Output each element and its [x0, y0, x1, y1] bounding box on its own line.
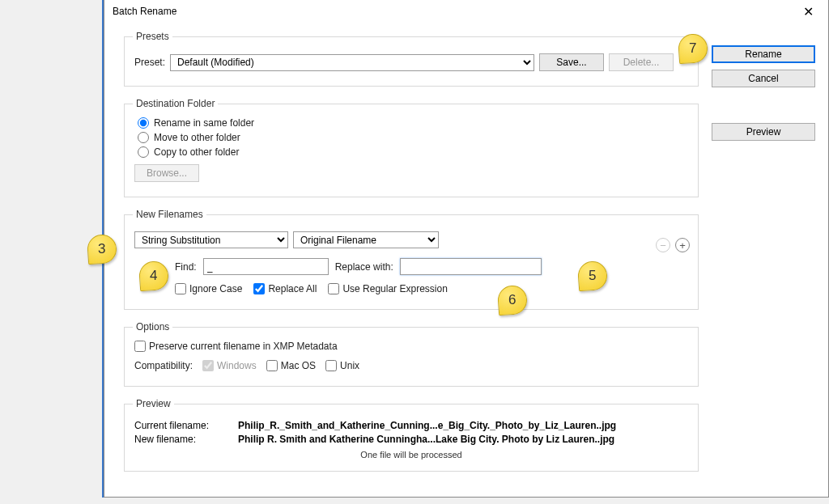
- compat-unix-label: Unix: [340, 360, 359, 371]
- cancel-button[interactable]: Cancel: [712, 70, 815, 87]
- compat-windows-checkbox: [202, 360, 214, 371]
- radio-rename-same-label: Rename in same folder: [154, 117, 254, 129]
- compat-macos-checkbox[interactable]: [266, 360, 278, 371]
- radio-move[interactable]: [138, 132, 149, 143]
- add-row-button[interactable]: +: [675, 238, 690, 252]
- options-legend: Options: [133, 321, 172, 332]
- presets-legend: Presets: [133, 31, 172, 42]
- preserve-xmp-checkbox[interactable]: [134, 341, 146, 352]
- replace-label: Replace with:: [335, 261, 393, 273]
- batch-rename-dialog: Batch Rename ✕ Presets Preset: Default (…: [104, 0, 829, 498]
- destination-group: Destination Folder Rename in same folder…: [124, 98, 699, 197]
- replace-all-checkbox[interactable]: [253, 283, 265, 294]
- presets-group: Presets Preset: Default (Modified) Save.…: [124, 31, 699, 87]
- preset-label: Preset:: [134, 57, 165, 68]
- radio-move-label: Move to other folder: [154, 132, 240, 143]
- compat-unix-checkbox[interactable]: [325, 360, 337, 371]
- preview-note: One file will be processed: [134, 450, 688, 460]
- source-select[interactable]: Original Filename: [293, 231, 439, 248]
- preview-button[interactable]: Preview: [712, 123, 815, 141]
- find-input[interactable]: [203, 258, 329, 275]
- new-filenames-legend: New Filenames: [133, 209, 206, 220]
- radio-copy-label: Copy to other folder: [154, 146, 239, 158]
- options-group: Options Preserve current filename in XMP…: [124, 321, 699, 387]
- ignore-case-label: Ignore Case: [189, 283, 242, 294]
- compat-windows-label: Windows: [217, 360, 257, 371]
- radio-copy[interactable]: [138, 146, 149, 158]
- save-preset-button[interactable]: Save...: [539, 53, 604, 71]
- dialog-body: Presets Preset: Default (Modified) Save.…: [104, 23, 828, 491]
- new-filenames-group: New Filenames − + String Substitution Or…: [124, 209, 699, 310]
- new-filename-value: Philip R. Smith and Katherine Cunningha.…: [238, 434, 614, 445]
- current-filename-label: Current filename:: [134, 420, 232, 431]
- compat-label: Compatibility:: [134, 360, 193, 371]
- find-label: Find:: [175, 261, 197, 273]
- rename-button[interactable]: Rename: [712, 45, 815, 63]
- side-buttons: Rename Cancel Preview: [712, 31, 817, 483]
- current-filename-value: Philip_R._Smith_and_Katherine_Cunning...…: [238, 420, 616, 431]
- close-icon[interactable]: ✕: [797, 4, 820, 19]
- titlebar: Batch Rename ✕: [104, 0, 828, 23]
- use-regex-label: Use Regular Expression: [342, 283, 447, 294]
- ignore-case-checkbox[interactable]: [175, 283, 186, 294]
- add-remove-row: − +: [656, 238, 690, 252]
- preview-legend: Preview: [133, 398, 174, 409]
- radio-rename-same[interactable]: [138, 117, 149, 129]
- use-regex-checkbox[interactable]: [328, 283, 339, 294]
- delete-preset-button: Delete...: [609, 53, 674, 71]
- replace-input[interactable]: [400, 258, 542, 275]
- compat-macos-label: Mac OS: [281, 360, 316, 371]
- replace-all-label: Replace All: [268, 283, 317, 294]
- main-column: Presets Preset: Default (Modified) Save.…: [124, 31, 699, 483]
- preserve-xmp-label: Preserve current filename in XMP Metadat…: [149, 341, 338, 352]
- remove-row-button: −: [656, 238, 670, 252]
- window-title: Batch Rename: [113, 6, 797, 17]
- preview-group: Preview Current filename: Philip_R._Smit…: [124, 398, 699, 472]
- destination-legend: Destination Folder: [133, 98, 218, 109]
- method-select[interactable]: String Substitution: [134, 231, 288, 248]
- new-filename-label: New filename:: [134, 434, 232, 445]
- browse-button: Browse...: [134, 164, 199, 182]
- preset-select[interactable]: Default (Modified): [170, 54, 534, 71]
